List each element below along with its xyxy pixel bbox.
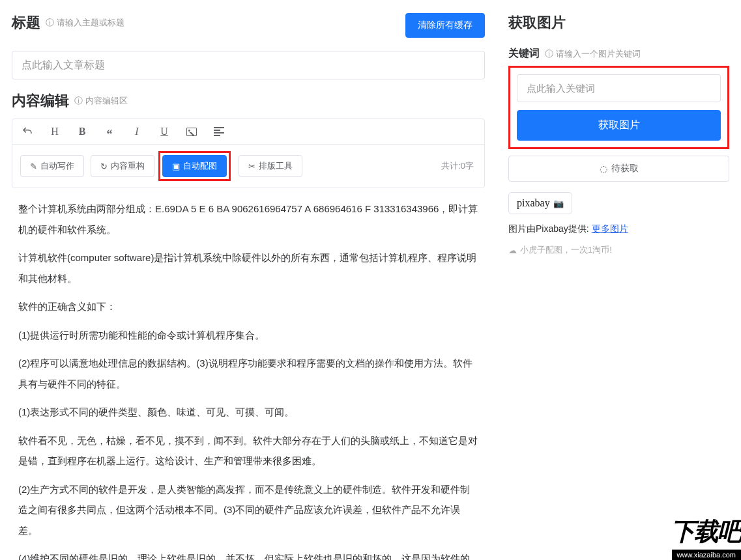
- title-label: 标题: [12, 13, 40, 33]
- auto-write-label: 自动写作: [40, 160, 74, 172]
- title-hint: 请输入主题或标题: [46, 17, 124, 29]
- auto-write-button[interactable]: ✎ 自动写作: [20, 155, 84, 177]
- status-button[interactable]: ◌ 待获取: [508, 156, 729, 182]
- layout-tool-button[interactable]: ✂ 排版工具: [239, 155, 302, 177]
- content-section-header: 内容编辑 内容编辑区: [12, 91, 485, 111]
- content-paragraph: 软件看不见，无色，枯燥，看不见，摸不到，闻不到。软件大部分存在于人们的头脑或纸上…: [18, 430, 478, 471]
- heading-icon[interactable]: H: [48, 124, 62, 139]
- undo-icon[interactable]: [20, 124, 35, 139]
- format-toolbar: H B “ I U: [12, 119, 484, 145]
- align-left-icon[interactable]: [212, 124, 226, 139]
- content-restructure-label: 内容重构: [111, 160, 145, 172]
- camera-icon: 📷: [551, 199, 564, 208]
- word-counter: 共计:0字: [441, 160, 476, 172]
- pencil-icon: ✎: [30, 161, 37, 171]
- left-panel: 标题 请输入主题或标题 清除所有缓存 内容编辑 内容编辑区 H B “ I U …: [0, 0, 497, 560]
- content-paragraph: (2)生产方式不同的软件是开发，是人类智能的高发挥，而不是传统意义上的硬件制造。…: [18, 479, 478, 541]
- auto-image-label: 自动配图: [183, 160, 217, 172]
- content-paragraph: (1)提供运行时所需功能和性能的命令或计算机程序集合。: [18, 325, 478, 346]
- content-paragraph: (2)程序可以满意地处理信息的数据结构。(3)说明程序功能要求和程序需要的文档的…: [18, 353, 478, 394]
- keyword-input[interactable]: [517, 74, 721, 102]
- content-paragraph: 整个计算机系统由两部分组成：E.69DA 5 E 6 BA 9062616964…: [18, 199, 478, 240]
- action-toolbar: ✎ 自动写作 ↻ 内容重构 ▣ 自动配图 ✂ 排版工具 共计:0字: [12, 145, 484, 188]
- title-header-row: 标题 请输入主题或标题 清除所有缓存: [12, 13, 485, 42]
- quote-icon[interactable]: “: [102, 124, 117, 139]
- credit-line: 图片由Pixabay提供: 更多图片: [508, 223, 729, 235]
- pixabay-badge: pixabay 📷: [508, 192, 572, 214]
- content-edit-hint: 内容编辑区: [74, 95, 128, 107]
- title-section-header: 标题 请输入主题或标题: [12, 13, 124, 33]
- watermark: 下载吧 www.xiazaiba.com: [671, 515, 741, 560]
- right-panel: 获取图片 关键词 请输入一个图片关键词 获取图片 ◌ 待获取 pixabay 📷…: [497, 0, 741, 560]
- italic-icon[interactable]: I: [130, 124, 144, 139]
- editor-content[interactable]: 整个计算机系统由两部分组成：E.69DA 5 E 6 BA 9062616964…: [12, 188, 485, 560]
- pixabay-text: pixabay: [517, 197, 550, 208]
- image-icon[interactable]: [184, 124, 199, 139]
- watermark-url: www.xiazaiba.com: [672, 550, 741, 560]
- more-images-link[interactable]: 更多图片: [592, 223, 628, 234]
- content-paragraph: (4)维护不同的硬件是旧的，理论上软件是旧的，并不坏，但实际上软件也是旧的和坏的…: [18, 548, 478, 560]
- content-paragraph: 计算机软件(computer software)是指计算机系统中除硬件以外的所有…: [18, 247, 478, 288]
- watermark-text: 下载吧: [671, 515, 741, 548]
- fetch-image-button[interactable]: 获取图片: [517, 110, 721, 141]
- title-input[interactable]: [12, 51, 485, 79]
- editor-toolbar-area: H B “ I U ✎ 自动写作 ↻ 内容重构 ▣ 自动配图: [12, 119, 485, 188]
- footer-note: ☁ 小虎子配图，一次1淘币!: [508, 244, 729, 256]
- auto-image-highlight: ▣ 自动配图: [158, 151, 231, 181]
- content-paragraph: (1)表达形式不同的硬件类型、颜色、味道、可见、可摸、可闻。: [18, 402, 478, 423]
- keyword-hint: 请输入一个图片关键词: [545, 48, 641, 60]
- bold-icon[interactable]: B: [75, 124, 89, 139]
- clear-cache-button[interactable]: 清除所有缓存: [405, 13, 485, 38]
- fetch-image-title: 获取图片: [508, 13, 729, 33]
- keyword-label: 关键词: [508, 47, 540, 61]
- layout-tool-label: 排版工具: [259, 160, 293, 172]
- footer-note-text: 小虎子配图，一次1淘币!: [520, 244, 612, 256]
- keyword-highlight-box: 获取图片: [508, 66, 729, 149]
- underline-icon[interactable]: U: [157, 124, 171, 139]
- credit-prefix: 图片由Pixabay提供:: [508, 223, 592, 234]
- refresh-icon: ↻: [100, 161, 108, 171]
- content-edit-label: 内容编辑: [12, 91, 69, 111]
- status-label: 待获取: [611, 163, 639, 175]
- content-paragraph: 软件的正确含义如下：: [18, 296, 478, 317]
- image-button-icon: ▣: [172, 161, 180, 171]
- auto-image-button[interactable]: ▣ 自动配图: [162, 155, 227, 177]
- content-restructure-button[interactable]: ↻ 内容重构: [91, 155, 154, 177]
- keyword-header: 关键词 请输入一个图片关键词: [508, 47, 729, 61]
- loading-icon: ◌: [600, 163, 607, 174]
- cloud-icon: ☁: [508, 245, 517, 255]
- layout-icon: ✂: [248, 161, 255, 171]
